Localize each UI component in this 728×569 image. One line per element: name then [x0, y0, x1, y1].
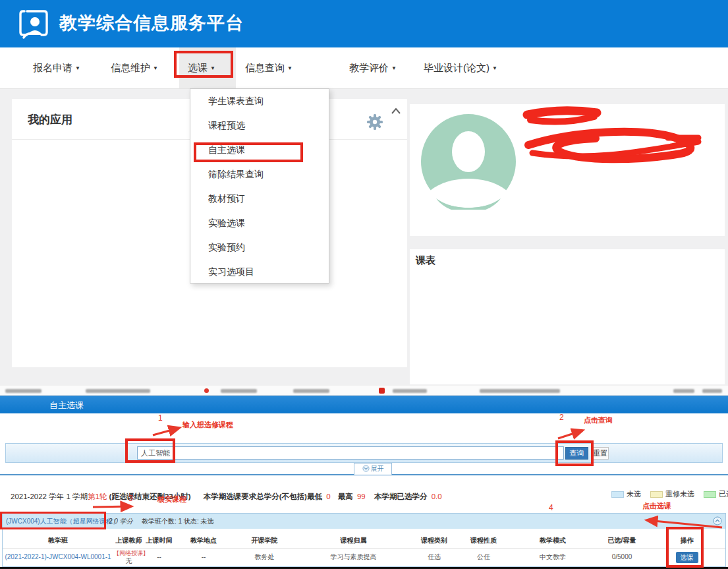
menu-item-course-preselect[interactable]: 课程预选: [190, 113, 329, 138]
col-class: 教学班: [3, 533, 113, 548]
col-place: 教学地点: [174, 533, 233, 548]
menu-item-textbook-order[interactable]: 教材预订: [190, 187, 329, 211]
blurred-bookmark: [293, 389, 329, 393]
col-teacher: 上课教师: [113, 533, 144, 548]
course-class-count: 教学班个数: 1: [142, 517, 182, 526]
menu-item-lab-reserve[interactable]: 实验预约: [190, 235, 329, 260]
menu-item-lab-select[interactable]: 实验选课: [190, 211, 329, 235]
nav-item-course-selection[interactable]: 选课▼: [188, 62, 215, 75]
red-dot-favicon: [204, 388, 209, 393]
nav-item-teaching-evaluation[interactable]: 教学评价▼: [349, 62, 397, 75]
course-search-input[interactable]: [137, 446, 564, 460]
red-square-favicon: [379, 388, 385, 394]
caret-down-icon: ▼: [153, 65, 158, 71]
legend-swatch-retake: [650, 491, 663, 498]
nav-item-graduation-thesis[interactable]: 毕业设计(论文)▼: [424, 62, 497, 75]
col-belonging: 课程归属: [296, 533, 411, 548]
screen: 教学综合信息服务平台 报名申请▼ 信息维护▼ 选课▼ 信息查询▼ 教学评价▼ 毕…: [0, 0, 728, 569]
course-title: (JWCX004)人工智能（超星网络课程） -: [6, 517, 123, 526]
belonging-cell: 学习与素质提高: [296, 548, 411, 566]
expand-toggle[interactable]: 展开: [354, 463, 392, 475]
select-course-button[interactable]: 选课: [676, 552, 698, 563]
app-logo-icon: [18, 9, 49, 39]
search-toolbar: 查询 重置: [5, 443, 723, 463]
course-result-panel: (JWCX004)人工智能（超星网络课程） - 2.0 学分 教学班个数: 1 …: [2, 513, 726, 567]
page-title: 自主选课: [49, 400, 84, 411]
reset-button[interactable]: 重置: [592, 447, 609, 460]
mode-cell: 中文教学: [510, 548, 596, 566]
caret-down-icon: ▼: [287, 65, 293, 71]
chevron-down-circle-icon: [362, 465, 370, 472]
nature-cell: 公任: [457, 548, 510, 566]
table-header-row: 教学班 上课教师 上课时间 教学地点 开课学院 课程归属 课程类别 课程性质 教…: [3, 533, 725, 548]
nav-item-info-query[interactable]: 信息查询▼: [245, 62, 293, 75]
arrow-1: [153, 428, 179, 435]
col-college: 开课学院: [233, 533, 296, 548]
class-id-link[interactable]: (2021-2022-1)-JWCX004-WL0001-1: [5, 553, 111, 560]
online-teaching-tag: 【网络授课】: [113, 550, 149, 556]
menu-item-internship-select[interactable]: 实习选项目: [190, 260, 329, 284]
timetable-title: 课表: [416, 255, 435, 267]
nav-item-enrollment[interactable]: 报名申请▼: [33, 62, 80, 75]
legend-selected: 已选: [704, 489, 728, 499]
chevron-up-circle-icon[interactable]: [713, 516, 722, 525]
table-row: (2021-2022-1)-JWCX004-WL0001-1 【网络授课】无 -…: [3, 548, 725, 566]
caret-down-icon: ▼: [391, 65, 397, 71]
gear-icon[interactable]: [366, 113, 383, 131]
menu-item-filter-result[interactable]: 筛除结果查询: [190, 162, 329, 187]
blurred-bookmark: [673, 389, 694, 393]
col-mode: 教学模式: [510, 533, 596, 548]
round-number: 第1轮: [88, 493, 107, 500]
place-cell: --: [174, 548, 233, 566]
annotation-number-2: 2: [559, 413, 564, 422]
course-group-header[interactable]: (JWCX004)人工智能（超星网络课程） - 2.0 学分 教学班个数: 1 …: [3, 514, 725, 529]
legend-retake-unselected: 重修未选: [650, 489, 694, 499]
query-button[interactable]: 查询: [565, 447, 588, 460]
annotation-label-4: 点击选课: [642, 501, 671, 511]
annotation-label-1: 输入想选修课程: [182, 420, 233, 430]
col-category: 课程类别: [411, 533, 457, 548]
blurred-bookmark: [393, 389, 427, 393]
caret-down-icon: ▼: [492, 65, 497, 71]
caret-down-icon: ▼: [75, 65, 80, 71]
arrow-2: [558, 431, 582, 438]
selected-credit-label: 本学期已选学分: [374, 493, 428, 500]
annotation-label-2: 点击查询: [584, 415, 613, 425]
class-table: 教学班 上课教师 上课时间 教学地点 开课学院 课程归属 课程类别 课程性质 教…: [3, 533, 725, 566]
credit-max: 99: [357, 493, 366, 500]
browser-bookmarks-strip: [0, 386, 728, 396]
blurred-bookmark: [480, 389, 560, 393]
teacher-cell: 【网络授课】无: [113, 548, 144, 566]
caret-down-icon: ▼: [210, 65, 215, 71]
status-legend: 未选 重修未选 已选: [611, 489, 728, 499]
expand-label: 展开: [371, 465, 384, 472]
blurred-bookmark: [5, 389, 42, 393]
chevron-up-icon[interactable]: [391, 107, 401, 115]
redaction-scribble: [410, 104, 725, 236]
app-header: 教学综合信息服务平台: [0, 0, 728, 47]
col-nature: 课程性质: [457, 533, 510, 548]
main-nav: 报名申请▼ 信息维护▼ 选课▼ 信息查询▼ 教学评价▼ 毕业设计(论文)▼: [0, 47, 728, 89]
nav-item-info-maintenance[interactable]: 信息维护▼: [111, 62, 158, 75]
blurred-bookmark: [221, 389, 257, 393]
annotation-number-3: 3: [128, 494, 133, 503]
selected-credit: 0.0: [432, 493, 442, 500]
round-info: 2021-2022 学年 1 学期第1轮 (距选课结束还剩23小时) 本学期选课…: [11, 492, 442, 502]
teacher-name: 无: [126, 557, 132, 564]
timetable-panel: 课表: [410, 249, 725, 384]
menu-item-student-schedule[interactable]: 学生课表查询: [190, 89, 329, 113]
college-cell: 教务处: [233, 548, 296, 566]
page-title-bar: 自主选课: [0, 396, 728, 413]
menu-item-self-course-select[interactable]: 自主选课: [190, 138, 329, 162]
col-capacity: 已选/容量: [596, 533, 648, 548]
credit-max-label: 最高: [338, 493, 353, 500]
col-action: 操作: [648, 533, 725, 548]
annotation-label-3: 核实课程: [157, 494, 186, 504]
arrow-3: [93, 506, 131, 507]
annotation-number-1: 1: [158, 413, 163, 423]
annotation-number-4: 4: [549, 503, 553, 512]
capacity-cell: 0/5000: [596, 548, 648, 566]
user-profile-panel: [410, 104, 725, 236]
blurred-bookmark: [86, 389, 150, 393]
col-time: 上课时间: [144, 533, 174, 548]
